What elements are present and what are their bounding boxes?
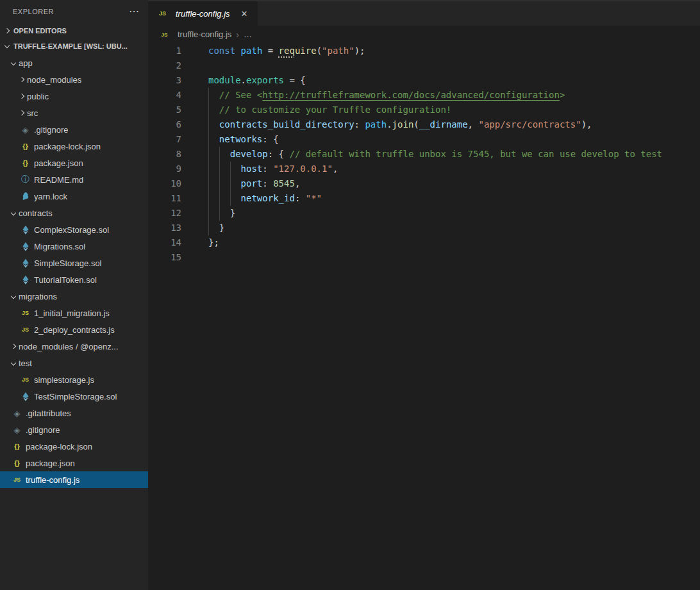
- token-var: __dirname: [419, 119, 468, 130]
- token-fn: join: [392, 119, 414, 130]
- line-number: 4: [148, 88, 181, 103]
- tree-item-truffle-config-js[interactable]: JStruffle-config.js: [0, 471, 148, 488]
- code-line: 4 // See <http://truffleframework.com/do…: [148, 88, 700, 103]
- tree-item-tutorialtoken-sol[interactable]: TutorialToken.sol: [0, 271, 148, 288]
- token-cmtl: http://truffleframework.com/docs/advance…: [262, 90, 560, 100]
- tree-item--gitignore[interactable]: ◈.gitignore: [0, 121, 148, 138]
- breadcrumb-more[interactable]: …: [244, 30, 252, 39]
- tree-item-node-modules-openz-[interactable]: node_modules / @openz...: [0, 338, 148, 355]
- tree-item-testsimplestorage-sol[interactable]: TestSimpleStorage.sol: [0, 388, 148, 405]
- ethereum-icon: [20, 274, 31, 285]
- explorer-header: EXPLORER ⋯: [0, 0, 148, 23]
- token-var: network_id: [241, 193, 295, 203]
- token-pun: [235, 46, 240, 56]
- line-number: 15: [148, 250, 181, 265]
- tree-item-label: 1_initial_migration.js: [34, 308, 110, 318]
- tree-item-migrations[interactable]: migrations: [0, 288, 148, 305]
- token-str: "path": [322, 46, 354, 56]
- code-line-content: host: "127.0.0.1",: [208, 162, 338, 176]
- more-actions-icon[interactable]: ⋯: [129, 8, 139, 15]
- tree-item-src[interactable]: src: [0, 105, 148, 121]
- tree-item-2-deploy-contracts-js[interactable]: JS2_deploy_contracts.js: [0, 321, 148, 338]
- tree-item-contracts[interactable]: contracts: [0, 205, 148, 221]
- close-icon[interactable]: ✕: [241, 9, 248, 19]
- tree-item-test[interactable]: test: [0, 355, 148, 371]
- tab-truffle-config[interactable]: JS truffle-config.js ✕: [148, 1, 258, 26]
- open-editors-section[interactable]: OPEN EDITORS: [0, 23, 148, 38]
- breadcrumb: JS truffle-config.js › …: [148, 26, 700, 43]
- tree-item-label: node_modules: [27, 75, 81, 85]
- line-number: 2: [148, 58, 181, 73]
- tree-item-1-initial-migration-js[interactable]: JS1_initial_migration.js: [0, 305, 148, 321]
- tree-item-complexstorage-sol[interactable]: ComplexStorage.sol: [0, 221, 148, 238]
- token-var: host: [241, 164, 263, 174]
- token-cvar: path: [241, 46, 263, 56]
- token-pun: .: [387, 119, 392, 130]
- tree-item-label: README.md: [34, 175, 83, 185]
- tree-item-label: package.json: [26, 459, 75, 468]
- tree-item-label: simplestorage.js: [34, 375, 94, 385]
- indent-guide: [208, 162, 209, 176]
- code-line: 12 }: [148, 206, 700, 221]
- tree-item-simplestorage-sol[interactable]: SimpleStorage.sol: [0, 255, 148, 271]
- code-line-content: const path = require("path");: [208, 44, 365, 58]
- section-label: TRUFFLE-EXAMPLE [WSL: UBU...: [13, 42, 128, 50]
- token-str: "127.0.0.1": [273, 164, 333, 174]
- indent-guide: [208, 88, 209, 103]
- token-pun: };: [208, 237, 219, 248]
- tree-item-package-json[interactable]: {}package.json: [0, 455, 148, 471]
- chevron-right-icon: [19, 77, 24, 82]
- token-var: contracts_build_directory: [219, 119, 354, 130]
- token-num: 8545: [273, 178, 295, 189]
- tree-item-package-lock-json[interactable]: {}package-lock.json: [0, 138, 148, 155]
- root-folder-section[interactable]: TRUFFLE-EXAMPLE [WSL: UBU...: [0, 38, 148, 54]
- tree-item-migrations-sol[interactable]: Migrations.sol: [0, 238, 148, 255]
- token-pun: );: [354, 46, 365, 56]
- token-var: port: [241, 178, 263, 189]
- line-number: 3: [148, 73, 181, 88]
- indent-guide: [208, 147, 209, 162]
- tree-item-label: TestSimpleStorage.sol: [34, 392, 117, 401]
- tree-item-public[interactable]: public: [0, 88, 148, 105]
- indent-guide: [219, 162, 220, 176]
- js-icon: JS: [20, 324, 31, 335]
- json-icon: {}: [12, 458, 22, 468]
- tree-item-simplestorage-js[interactable]: JSsimplestorage.js: [0, 371, 148, 388]
- js-icon: JS: [20, 308, 31, 318]
- token-pun: = {: [284, 75, 306, 85]
- indent-guide: [219, 191, 220, 206]
- js-icon: JS: [160, 30, 169, 38]
- tree-item-package-lock-json[interactable]: {}package-lock.json: [0, 438, 148, 455]
- tree-item-label: node_modules / @openz...: [19, 342, 119, 351]
- line-number: 12: [148, 206, 181, 221]
- code-line-content: networks: {: [208, 132, 279, 147]
- token-pun: :: [262, 164, 273, 174]
- ethereum-icon: [20, 224, 31, 235]
- line-number: 11: [148, 191, 181, 206]
- chevron-down-icon: [11, 60, 16, 65]
- tree-item-yarn-lock[interactable]: yarn.lock: [0, 188, 148, 205]
- code-line: 1const path = require("path");: [148, 44, 700, 58]
- line-number: 14: [148, 235, 181, 250]
- tree-item-label: app: [19, 58, 33, 68]
- tree-item-package-json[interactable]: {}package.json: [0, 155, 148, 171]
- tree-item-node-modules[interactable]: node_modules: [0, 71, 148, 88]
- chevron-down-icon: [4, 42, 10, 47]
- token-pun: }: [219, 223, 224, 233]
- tree-item--gitattributes[interactable]: ◈.gitattributes: [0, 405, 148, 421]
- code-line-content: port: 8545,: [208, 176, 300, 191]
- chevron-right-icon: [4, 28, 10, 33]
- breadcrumb-file[interactable]: truffle-config.js: [178, 30, 231, 39]
- section-label: OPEN EDITORS: [13, 27, 67, 35]
- tree-item-app[interactable]: app: [0, 55, 148, 71]
- chevron-down-icon: [11, 360, 16, 366]
- code-editor[interactable]: 1const path = require("path");23module.e…: [148, 43, 700, 590]
- vscode-window: EXPLORER ⋯ OPEN EDITORS TRUFFLE-EXAMPLE …: [0, 0, 700, 590]
- tree-item-label: public: [27, 92, 49, 101]
- tree-item-label: package-lock.json: [26, 442, 92, 451]
- tree-item-label: SimpleStorage.sol: [34, 258, 102, 268]
- indent-guide: [219, 206, 220, 221]
- tree-item--gitignore[interactable]: ◈.gitignore: [0, 421, 148, 438]
- indent-guide: [208, 191, 209, 206]
- tree-item-readme-md[interactable]: ⓘREADME.md: [0, 171, 148, 188]
